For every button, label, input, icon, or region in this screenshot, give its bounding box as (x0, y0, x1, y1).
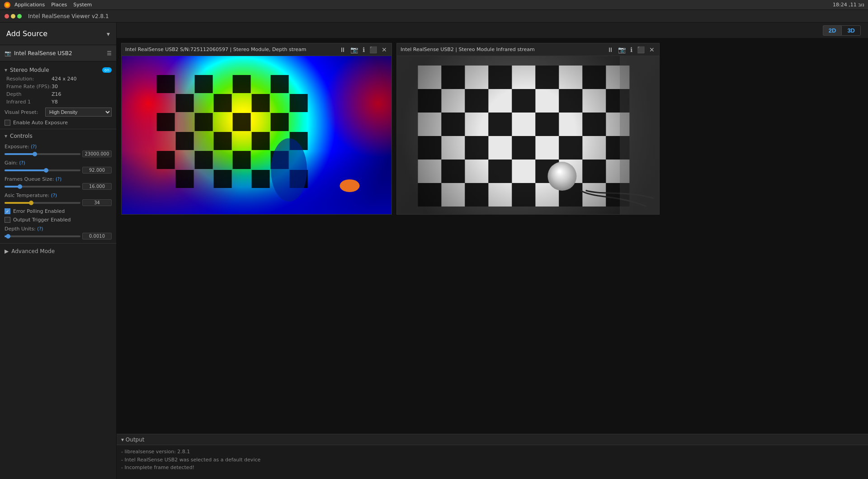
camera-icon: 📷 (5, 50, 11, 56)
exposure-field: Exposure: (?) 23000.000 (0, 142, 116, 158)
depth-units-slider-thumb[interactable] (6, 234, 10, 239)
depth-units-help[interactable]: (?) (37, 226, 43, 231)
infrared-close-button[interactable]: ✕ (648, 46, 656, 53)
resolution-value: 424 x 240 (52, 76, 77, 82)
depth-value: Z16 (52, 91, 61, 97)
depth-units-value: 0.0010 (82, 233, 112, 240)
window-close-dot[interactable] (5, 14, 9, 19)
exposure-help[interactable]: (?) (31, 144, 37, 149)
infrared-label: Infrared 1 (6, 99, 52, 105)
auto-exposure-checkbox[interactable] (5, 120, 10, 126)
gain-field: Gain: (?) 92.000 (0, 158, 116, 174)
advanced-mode-header[interactable]: ▶ Advanced Mode (0, 245, 116, 257)
gain-slider-thumb[interactable] (44, 168, 48, 173)
infrared-stream-image (397, 56, 659, 214)
add-source-title: Add Source (6, 29, 47, 38)
asic-temp-label: Asic Temperature: (5, 193, 49, 198)
infrared-stream-title: Intel RealSense USB2 | Stereo Module Inf… (401, 47, 603, 52)
exposure-slider-thumb[interactable] (33, 152, 37, 156)
applications-menu[interactable]: Applications (12, 1, 47, 9)
app-title-bar: Intel RealSense Viewer v2.8.1 (0, 10, 868, 23)
gain-help[interactable]: (?) (19, 160, 25, 165)
infrared-info-button[interactable]: ℹ (629, 46, 633, 53)
output-trigger-label: Output Trigger Enabled (13, 217, 71, 223)
infrared-fullscreen-button[interactable]: ⬛ (636, 46, 646, 53)
depth-info-button[interactable]: ℹ (362, 46, 366, 53)
depth-units-slider-track[interactable] (5, 235, 80, 237)
infrared-row: Infrared 1 Y8 (0, 98, 116, 106)
device-menu-icon[interactable]: ☰ (107, 50, 112, 56)
auto-exposure-row[interactable]: Enable Auto Exposure (0, 118, 116, 127)
asic-temp-slider-track (5, 202, 80, 204)
window-maximize-dot[interactable] (17, 14, 22, 19)
places-menu[interactable]: Places (48, 1, 70, 9)
asic-temp-help[interactable]: (?) (51, 193, 57, 198)
infrared-stream-header: Intel RealSense USB2 | Stereo Module Inf… (397, 43, 659, 56)
advanced-mode-arrow: ▶ (5, 248, 9, 254)
divider-1 (0, 129, 116, 129)
infrared-pause-button[interactable]: ⏸ (606, 46, 614, 53)
system-menu[interactable]: System (71, 1, 94, 9)
asic-temp-slider-container: 34 (5, 199, 112, 206)
visual-preset-row: Visual Preset: High Density Default High… (0, 106, 116, 118)
depth-fullscreen-button[interactable]: ⬛ (368, 46, 378, 53)
depth-units-field: Depth Units: (?) 0.0010 (0, 224, 116, 240)
output-header[interactable]: ▾ Output (117, 434, 868, 445)
exposure-slider-fill (5, 153, 35, 155)
exposure-slider-track[interactable] (5, 153, 80, 155)
exposure-label: Exposure: (5, 144, 29, 150)
frames-queue-slider-track[interactable] (5, 186, 80, 188)
asic-temp-value: 34 (82, 199, 112, 206)
gain-value: 92.000 (82, 167, 112, 174)
depth-stream-controls: ⏸ 📷 ℹ ⬛ ✕ (339, 46, 388, 53)
fps-label: Frame Rate (FPS): (6, 84, 52, 89)
depth-stream-header: Intel RealSense USB2 S/N:725112060597 | … (122, 43, 392, 56)
device-name-label: Intel RealSense USB2 (14, 50, 72, 56)
stereo-module-header[interactable]: ▾ Stereo Module on (0, 65, 116, 75)
frames-queue-label: Frames Queue Size: (5, 176, 54, 182)
depth-stream-image (122, 56, 392, 214)
depth-camera-button[interactable]: 📷 (349, 46, 359, 53)
gain-slider-track[interactable] (5, 169, 80, 171)
main-layout: Add Source ▾ 📷 Intel RealSense USB2 ☰ ▾ … (0, 23, 868, 479)
depth-pause-button[interactable]: ⏸ (339, 46, 347, 53)
view-toolbar: 2D 3D (117, 23, 868, 38)
infrared-stream-controls: ⏸ 📷 ℹ ⬛ ✕ (606, 46, 656, 53)
asic-temp-field: Asic Temperature: (?) 34 (0, 191, 116, 207)
depth-units-slider-container: 0.0010 (5, 233, 112, 240)
fps-value: 30 (52, 84, 58, 89)
output-panel: ▾ Output - librealsense version: 2.8.1 -… (117, 434, 868, 479)
output-trigger-checkbox[interactable] (5, 217, 10, 223)
frames-queue-slider-thumb[interactable] (18, 184, 22, 189)
output-trigger-row[interactable]: Output Trigger Enabled (0, 216, 116, 224)
resolution-label: Resolution: (6, 76, 52, 82)
infrared-camera-button[interactable]: 📷 (617, 46, 627, 53)
view-3d-button[interactable]: 3D (841, 25, 861, 36)
gain-slider-fill (5, 169, 46, 171)
error-polling-check: ✓ (6, 209, 9, 214)
view-2d-button[interactable]: 2D (823, 25, 842, 36)
controls-header[interactable]: ▾ Controls (0, 131, 116, 141)
error-polling-label: Error Polling Enabled (13, 208, 65, 214)
add-source-header[interactable]: Add Source ▾ (0, 23, 116, 45)
output-content: - librealsense version: 2.8.1 - Intel Re… (117, 445, 868, 474)
stereo-module-toggle[interactable]: on (102, 67, 112, 73)
frames-queue-help[interactable]: (?) (56, 177, 61, 182)
content-area: 2D 3D Intel RealSense USB2 S/N:725112060… (117, 23, 868, 479)
auto-exposure-label: Enable Auto Exposure (13, 120, 68, 126)
depth-close-button[interactable]: ✕ (381, 46, 388, 53)
streams-area: Intel RealSense USB2 S/N:725112060597 | … (117, 38, 868, 434)
visual-preset-select[interactable]: High Density Default High Accuracy Mediu… (45, 108, 112, 117)
window-minimize-dot[interactable] (11, 14, 15, 19)
output-line-3: - Incomplete frame detected! (121, 464, 863, 472)
gain-slider-container: 92.000 (5, 167, 112, 174)
frames-queue-field: Frames Queue Size: (?) 16.000 (0, 174, 116, 191)
frames-queue-slider-container: 16.000 (5, 183, 112, 190)
advanced-mode-label: Advanced Mode (11, 248, 55, 254)
infrared-stream-panel: Intel RealSense USB2 | Stereo Module Inf… (396, 43, 660, 215)
error-polling-row[interactable]: ✓ Error Polling Enabled (0, 207, 116, 216)
frames-queue-value: 16.000 (82, 183, 112, 190)
divider-2 (0, 243, 116, 244)
error-polling-checkbox[interactable]: ✓ (5, 208, 10, 214)
controls-arrow: ▾ (5, 133, 7, 139)
